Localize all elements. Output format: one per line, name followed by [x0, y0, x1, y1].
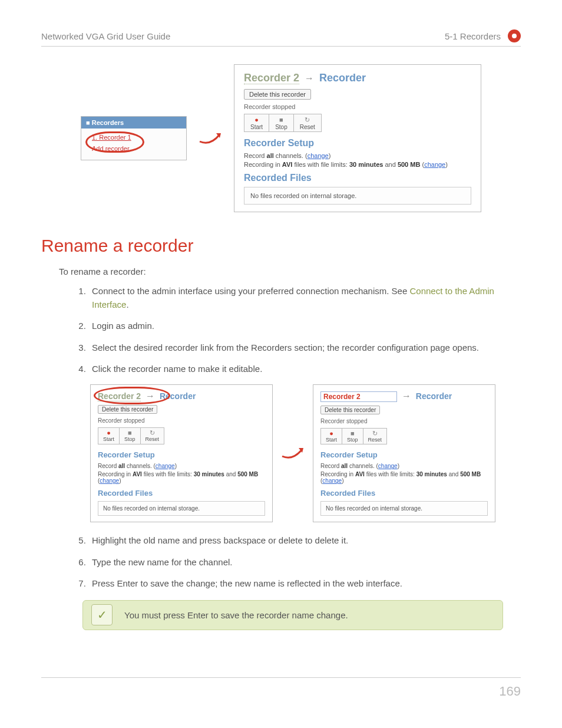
annotation-arrow-icon — [199, 130, 222, 147]
recorder-panel-after: → Recorder Delete this recorder Recorder… — [313, 384, 495, 523]
reset-icon: ↻ — [300, 117, 315, 123]
record-icon: ● — [326, 430, 337, 437]
reset-icon: ↻ — [368, 430, 382, 437]
reset-button[interactable]: ↻Reset — [294, 114, 322, 132]
control-buttons: ●Start ■Stop ↻Reset — [244, 114, 471, 132]
steps-list-continued: Highlight the old name and press backspa… — [88, 534, 521, 591]
brand-icon — [508, 29, 521, 42]
page-header: Networked VGA Grid User Guide 5-1 Record… — [41, 29, 521, 47]
steps-list: Connect to the admin interface using you… — [88, 285, 521, 376]
recorded-files-box: No files recorded on internal storage. — [244, 187, 471, 205]
note-icon: ✓ — [91, 604, 113, 625]
sidebar-item-recorder1[interactable]: 1. Recorder 1 — [92, 132, 179, 143]
sidebar-add-recorder[interactable]: Add recorder — [92, 143, 179, 154]
reset-button[interactable]: ↻Reset — [363, 428, 388, 445]
record-icon: ● — [250, 117, 263, 123]
sidebar-screenshot: ■ Recorders 1. Recorder 1 Add recorder — [81, 116, 187, 160]
record-icon: ● — [103, 430, 114, 436]
page-number: 169 — [499, 684, 521, 699]
breadcrumb-current: Recorder — [319, 72, 366, 84]
header-left: Networked VGA Grid User Guide — [41, 31, 170, 41]
change-channels-link[interactable]: change — [308, 152, 329, 159]
step-4: Click the recorder name to make it edita… — [88, 363, 521, 376]
step-2: Login as admin. — [88, 319, 521, 333]
change-format-link[interactable]: change — [424, 161, 445, 168]
page-footer: 169 — [41, 677, 521, 699]
arrow-icon: → — [146, 391, 155, 401]
stop-button[interactable]: ■Stop — [342, 428, 363, 445]
stop-button[interactable]: ■Stop — [269, 114, 294, 132]
header-right-text: 5-1 Recorders — [445, 31, 501, 41]
delete-button[interactable]: Delete this recorder — [320, 406, 380, 414]
step4-figure: Recorder 2 → Recorder Delete this record… — [65, 384, 521, 523]
start-button[interactable]: ●Start — [244, 114, 269, 132]
stop-icon: ■ — [347, 430, 358, 437]
arrow-icon: → — [305, 73, 314, 83]
top-figure: ■ Recorders 1. Recorder 1 Add recorder R… — [41, 64, 521, 212]
recorded-files-title: Recorded Files — [244, 173, 471, 183]
note-box: ✓ You must press Enter to save the recor… — [82, 600, 503, 630]
step-1: Connect to the admin interface using you… — [88, 285, 521, 311]
breadcrumb-link[interactable]: Recorder 2 — [244, 72, 299, 84]
annotation-arrow-icon — [281, 444, 305, 462]
recorder-panel-before: Recorder 2 → Recorder Delete this record… — [90, 384, 273, 522]
recorder-setup-title: Recorder Setup — [244, 138, 471, 149]
section-heading: Rename a recorder — [41, 236, 521, 256]
recorder-status: Recorder stopped — [244, 103, 471, 110]
step-7: Press Enter to save the change; the new … — [88, 577, 521, 591]
reset-button[interactable]: ↻Reset — [141, 427, 165, 444]
setup-format-line: Recording in AVI files with file limits:… — [244, 161, 471, 168]
delete-recorder-button[interactable]: Delete this recorder — [244, 89, 311, 100]
recorder-panel-screenshot: Recorder 2 → Recorder Delete this record… — [234, 64, 481, 212]
breadcrumb: Recorder 2 → Recorder — [244, 72, 471, 84]
reset-icon: ↻ — [146, 430, 160, 436]
arrow-icon: → — [402, 391, 411, 401]
sidebar-header: ■ Recorders — [81, 117, 186, 129]
intro-text: To rename a recorder: — [59, 266, 521, 276]
stop-button[interactable]: ■Stop — [120, 427, 141, 444]
note-text: You must press Enter to save the recorde… — [124, 610, 348, 620]
setup-channels-line: Record all channels. (change) — [244, 152, 471, 159]
stop-icon: ■ — [275, 117, 287, 123]
breadcrumb-before: Recorder 2 → Recorder — [98, 391, 265, 401]
breadcrumb-editing: → Recorder — [320, 391, 488, 402]
delete-button[interactable]: Delete this recorder — [98, 405, 157, 414]
stop-icon: ■ — [124, 430, 135, 436]
recorder-name-input[interactable] — [320, 391, 397, 402]
start-button[interactable]: ●Start — [320, 428, 342, 445]
header-right: 5-1 Recorders — [445, 29, 521, 42]
step-6: Type the new name for the channel. — [88, 556, 521, 569]
step-3: Select the desired recorder link from th… — [88, 341, 521, 355]
start-button[interactable]: ●Start — [98, 427, 120, 444]
step-5: Highlight the old name and press backspa… — [88, 534, 521, 548]
